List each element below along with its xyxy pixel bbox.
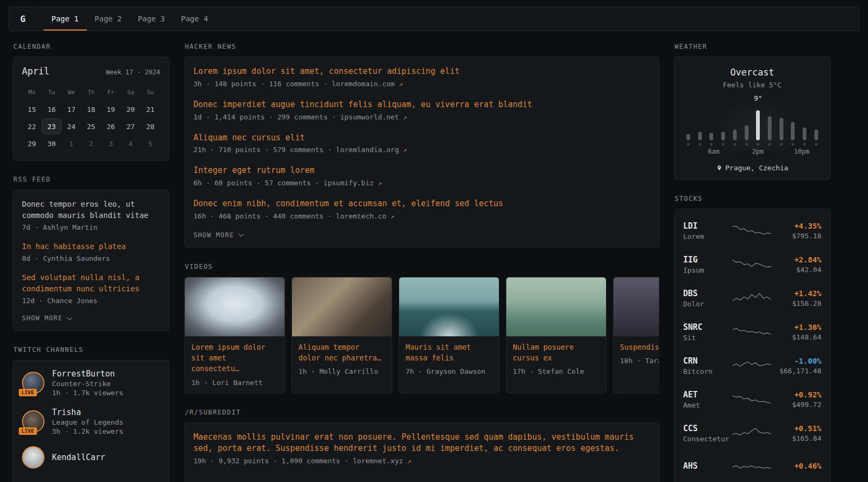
calendar-card: April Week 17 · 2024 Mo Tu We Th Fr Sa S…	[13, 57, 169, 161]
video-title[interactable]: Mauris sit amet massa felis	[406, 342, 492, 364]
calendar-week-row: 29 30 1 2 3 4 5	[22, 135, 160, 152]
calendar-day: 17	[62, 101, 81, 117]
video-thumbnail[interactable]	[292, 277, 392, 336]
rss-section-title: RSS FEED	[13, 176, 169, 183]
weather-bar	[780, 118, 783, 146]
video-title[interactable]: Aliquam tempor dolor nec pharetra…	[298, 342, 385, 364]
calendar-day: 30	[42, 135, 62, 152]
stock-row[interactable]: CRNBitcorn -1.00%$66,171.48	[683, 349, 821, 382]
video-card[interactable]: Suspendisse diam 18h · Tara	[613, 277, 659, 394]
stock-sparkline	[731, 426, 772, 440]
twitch-card: LIVE ForrestBurton Counter-Strike 1h · 1…	[13, 360, 169, 482]
weather-hourly-chart: 9° 6am2pm10pm	[683, 103, 821, 156]
subreddit-post: Maecenas mollis pulvinar erat non posuer…	[193, 432, 650, 465]
weather-condition: Overcast	[683, 67, 821, 78]
twitch-channel-row[interactable]: KendallCarr	[22, 446, 160, 469]
video-meta: 17h · Stefan Cole	[513, 367, 600, 375]
weather-feels-like: Feels like 5°C	[683, 81, 821, 89]
stock-sparkline	[731, 359, 772, 373]
twitch-channel-row[interactable]: LIVE Trisha League of Legends 3h · 1.2k …	[22, 408, 160, 435]
calendar-week-row: 22 23 24 25 26 27 28	[22, 118, 160, 134]
calendar-day: 15	[22, 101, 42, 117]
weather-section-title: WEATHER	[675, 43, 830, 50]
rss-show-more-button[interactable]: SHOW MORE	[22, 314, 160, 322]
stock-name: Amet	[683, 401, 731, 409]
video-card[interactable]: Aliquam tempor dolor nec pharetra… 1h · …	[291, 277, 392, 394]
weather-time-axis: 6am2pm10pm	[686, 148, 818, 156]
stock-sparkline	[731, 460, 772, 474]
subreddit-post-meta: 19h · 9,932 points · 1,090 comments · lo…	[193, 457, 650, 465]
tab-page-2[interactable]: Page 2	[87, 7, 130, 31]
weekday-label: Tu	[42, 84, 62, 100]
rss-item-title[interactable]: Donec tempor eros leo, ut commodo mauris…	[22, 199, 160, 221]
video-meta: 1h · Molly Carrillo	[298, 367, 385, 375]
twitch-channel-row[interactable]: LIVE ForrestBurton Counter-Strike 1h · 1…	[22, 369, 160, 397]
hackernews-show-more-button[interactable]: SHOW MORE	[193, 231, 650, 239]
hackernews-item: Lorem ipsum dolor sit amet, consectetur …	[193, 66, 650, 88]
video-title[interactable]: Lorem ipsum dolor sit amet consectetu…	[191, 342, 278, 374]
rss-item-title[interactable]: In hac habitasse platea	[22, 241, 160, 252]
tab-page-3[interactable]: Page 3	[130, 7, 173, 31]
twitch-channel-name: ForrestBurton	[52, 369, 123, 379]
calendar-day: 18	[81, 101, 101, 117]
hackernews-section-title: HACKER NEWS	[185, 43, 659, 50]
hackernews-item-title[interactable]: Integer eget rutrum lorem	[193, 165, 650, 177]
stock-change: +1.36%	[772, 323, 821, 332]
weather-bar	[745, 125, 749, 146]
video-meta: 1h · Lori Barnett	[191, 379, 278, 387]
hackernews-item-title[interactable]: Donec enim nibh, condimentum et accumsan…	[193, 198, 650, 210]
video-thumbnail[interactable]	[613, 277, 659, 336]
external-link-icon: ↗	[403, 114, 407, 121]
calendar-month: April	[22, 66, 49, 77]
calendar-day: 26	[101, 118, 121, 134]
video-card[interactable]: Mauris sit amet massa felis 7h · Grayson…	[399, 277, 499, 394]
rss-item-meta: 7d · Ashlyn Martin	[22, 223, 160, 231]
tab-page-1[interactable]: Page 1	[43, 7, 87, 31]
weather-bar	[803, 127, 806, 146]
avatar	[22, 446, 44, 469]
hackernews-item-meta: 1d · 1,414 points · 299 comments · ipsum…	[193, 113, 650, 121]
stock-change: -1.00%	[772, 357, 821, 365]
stock-price: $148.64	[772, 333, 821, 341]
dashboard-columns: CALENDAR April Week 17 · 2024 Mo Tu We T…	[0, 43, 868, 482]
stock-name: Sit	[683, 334, 731, 342]
stock-row[interactable]: DBSDolor +1.42%$156.28	[683, 281, 821, 315]
weekday-label: Fr	[101, 84, 121, 100]
stock-row[interactable]: SNRCSit +1.36%$148.64	[683, 315, 821, 349]
calendar-day: 20	[121, 101, 140, 117]
video-thumbnail[interactable]	[185, 277, 285, 336]
hackernews-item-title[interactable]: Aliquam nec cursus elit	[193, 132, 650, 144]
stock-row[interactable]: CCSConsectetur +0.51%$165.84	[683, 416, 821, 450]
video-card[interactable]: Nullam posuere cursus ex 17h · Stefan Co…	[506, 277, 607, 394]
page-tabs: Page 1 Page 2 Page 3 Page 4	[43, 7, 216, 31]
stock-row[interactable]: IIGIpsum +2.84%$42.04	[683, 247, 821, 281]
rss-item-title[interactable]: Sed volutpat nulla nisl, a condimentum n…	[22, 272, 160, 295]
stock-price: $165.84	[772, 434, 821, 442]
stock-price: $795.18	[772, 232, 821, 240]
stock-row[interactable]: AETAmet +0.92%$499.72	[683, 382, 821, 416]
stock-change: +0.51%	[772, 424, 821, 433]
weather-bar	[721, 132, 725, 146]
calendar-day: 21	[140, 101, 160, 117]
weather-bar	[814, 130, 818, 146]
video-thumbnail[interactable]	[506, 277, 606, 336]
right-column: WEATHER Overcast Feels like 5°C 9° 6am2p…	[674, 43, 830, 482]
weekday-label: Su	[140, 84, 160, 100]
video-thumbnail[interactable]	[399, 277, 499, 336]
rss-item-meta: 12d · Chance Jones	[22, 297, 160, 305]
weather-location-label: Prague, Czechia	[725, 164, 788, 172]
stock-row[interactable]: AHS +0.46%	[683, 450, 821, 482]
video-title[interactable]: Suspendisse diam	[620, 342, 659, 352]
hackernews-item-title[interactable]: Donec imperdiet augue tincidunt felis al…	[193, 99, 650, 111]
video-card[interactable]: Lorem ipsum dolor sit amet consectetu… 1…	[184, 277, 285, 394]
tab-page-4[interactable]: Page 4	[173, 7, 216, 31]
weather-temp-label: 9°	[754, 94, 762, 102]
stock-row[interactable]: LDILorem +4.35%$795.18	[683, 214, 821, 247]
twitch-avatar-wrap	[22, 446, 44, 469]
stock-change: +4.35%	[772, 222, 821, 230]
video-title[interactable]: Nullam posuere cursus ex	[513, 342, 600, 364]
subreddit-post-title[interactable]: Maecenas mollis pulvinar erat non posuer…	[193, 432, 650, 455]
video-meta: 7h · Grayson Dawson	[406, 367, 492, 375]
calendar-day-next-month: 3	[101, 135, 121, 152]
hackernews-item-title[interactable]: Lorem ipsum dolor sit amet, consectetur …	[193, 66, 650, 78]
